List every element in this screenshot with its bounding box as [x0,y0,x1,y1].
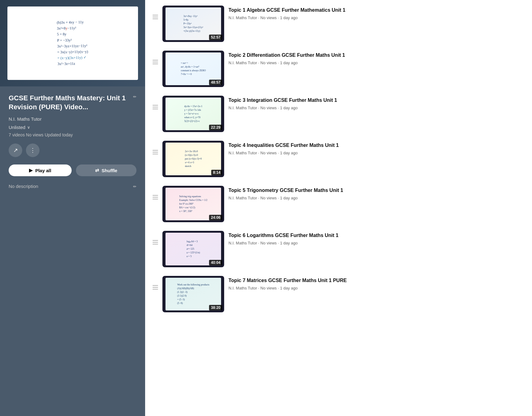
more-icon: ⋮ [30,147,36,154]
drag-line [153,62,158,62]
drag-line [153,150,158,151]
drag-line [153,19,158,19]
drag-line [153,195,158,196]
drag-line [153,289,158,289]
drag-line [153,244,158,244]
video-title: Topic 2 Differentiation GCSE Further Mat… [228,52,525,59]
drag-handle [153,141,158,154]
video-item[interactable]: dy/dx = 15x²-2x-1y = ∫15x²-7x-1dxy = 5x³… [145,91,532,136]
share-button[interactable]: ↗ [9,144,22,157]
video-info: Topic 3 Integration GCSE Further Maths U… [228,96,525,110]
play-all-label: Play all [35,168,51,173]
drag-handle [153,51,158,64]
video-title: Topic 3 Integration GCSE Further Maths U… [228,97,525,104]
video-info: Topic 7 Matrices GCSE Further Maths Unit… [228,276,525,290]
share-icon: ↗ [13,147,18,154]
shuffle-button[interactable]: ⇄ Shuffle [76,164,136,176]
channel-name: N.I. Maths Tutor [9,116,136,122]
video-title: Topic 7 Matrices GCSE Further Maths Unit… [228,277,525,284]
drag-line [153,64,158,64]
video-title: Topic 4 Inequalities GCSE Further Maths … [228,142,525,149]
description-text: No description [9,184,38,189]
video-thumbnail: 2x²+3x-18≥0(x+6)(x-3)≥0put (x+6)(x-3)=0x… [162,141,224,177]
drag-line [153,15,158,15]
drag-line [153,17,158,17]
video-item[interactable]: Work out the following products(A)(AB)(B… [145,272,532,317]
video-meta: N.I. Maths Tutor · No views · 1 day ago [228,106,525,110]
video-title: Topic 6 Logarithms GCSE Further Maths Un… [228,232,525,239]
drag-line [153,242,158,243]
drag-handle [153,276,158,289]
playlist-title-row: GCSE Further Maths Mastery: Unit 1 Revis… [9,94,136,111]
description-row: No description ✏ [9,184,136,189]
drag-line [153,199,158,199]
left-info: GCSE Further Maths Mastery: Unit 1 Revis… [0,86,145,416]
thumbnail-math-text: (b)3x + 4xy − 11y 3x²+8y−11y² 5 = 8y P =… [54,16,92,70]
video-thumbnail: Work out the following products(A)(AB)(B… [162,276,224,312]
video-info: Topic 5 Trigonometry GCSE Further Maths … [228,186,525,200]
drag-line [153,197,158,198]
video-item[interactable]: log₄ 64 = 34³=64aⁿ= 125a = 125^(1/n)a = … [145,227,532,272]
video-item[interactable]: 2x²+3x-18≥0(x+6)(x-3)≥0put (x+6)(x-3)=0x… [145,136,532,181]
video-meta: N.I. Maths Tutor · No views · 1 day ago [228,15,525,20]
chevron-down-icon[interactable]: ∨ [27,125,30,130]
right-panel: 3x²+8xy -11y²5=8yP=-33y²3x²-3yz+11yz-(11… [145,0,532,416]
video-duration: 24:06 [209,215,222,220]
video-info: Topic 2 Differentiation GCSE Further Mat… [228,51,525,65]
video-info: Topic 6 Logarithms GCSE Further Maths Un… [228,231,525,245]
action-row: ↗ ⋮ [9,144,136,157]
video-duration: 48:57 [209,80,222,85]
edit-title-button[interactable]: ✏ [133,94,136,99]
video-duration: 8:14 [211,170,222,175]
drag-line [153,154,158,154]
drag-handle [153,186,158,199]
meta-info: 7 videos No views Updated today [9,132,136,137]
drag-line [153,287,158,288]
drag-line [153,60,158,60]
video-item[interactable]: = nxⁿ⁻¹ax¹, dy/dx = 1×ax⁰constant is alw… [145,46,532,91]
edit-description-button[interactable]: ✏ [133,184,136,189]
play-all-button[interactable]: ▶ Play all [9,164,72,176]
playlist-thumbnail: (b)3x + 4xy − 11y 3x²+8y−11y² 5 = 8y P =… [0,0,145,86]
video-duration: 22:29 [209,125,222,130]
video-meta: N.I. Maths Tutor · No views · 1 day ago [228,241,525,245]
video-thumbnail: dy/dx = 15x²-2x-1y = ∫15x²-7x-1dxy = 5x³… [162,96,224,132]
video-title: Topic 5 Trigonometry GCSE Further Maths … [228,187,525,194]
pencil-icon-desc: ✏ [133,184,136,189]
video-item[interactable]: Solving trig equationsExample: Solve COS… [145,181,532,227]
drag-line [153,240,158,241]
video-meta: N.I. Maths Tutor · No views · 1 day ago [228,196,525,200]
video-meta: N.I. Maths Tutor · No views · 1 day ago [228,151,525,155]
pencil-icon: ✏ [133,94,136,99]
video-duration: 40:04 [209,260,222,265]
drag-line [153,107,158,107]
shuffle-icon: ⇄ [95,168,99,173]
video-title: Topic 1 Algebra GCSE Further Mathematics… [228,7,525,14]
play-icon: ▶ [29,168,33,173]
drag-handle [153,96,158,109]
shuffle-label: Shuffle [102,168,117,173]
left-panel: (b)3x + 4xy − 11y 3x²+8y−11y² 5 = 8y P =… [0,0,145,416]
video-duration: 52:57 [209,35,222,40]
drag-handle [153,6,158,19]
thumbnail-content: (b)3x + 4xy − 11y 3x²+8y−11y² 5 = 8y P =… [7,6,138,80]
playlist-title-text: GCSE Further Maths Mastery: Unit 1 Revis… [9,94,130,111]
video-thumbnail: = nxⁿ⁻¹ax¹, dy/dx = 1×ax⁰constant is alw… [162,51,224,87]
video-item[interactable]: 3x²+8xy -11y²5=8yP=-33y²3x²-3yz+11yz-(11… [145,1,532,46]
video-thumbnail: 3x²+8xy -11y²5=8yP=-33y²3x²-3yz+11yz-(11… [162,6,224,42]
video-meta: N.I. Maths Tutor · No views · 1 day ago [228,60,525,65]
video-thumbnail: Solving trig equationsExample: Solve COS… [162,186,224,222]
video-info: Topic 1 Algebra GCSE Further Mathematics… [228,6,525,20]
visibility-row: Unlisted ∨ [9,125,136,130]
video-meta: N.I. Maths Tutor · No views · 1 day ago [228,286,525,290]
video-thumbnail: log₄ 64 = 34³=64aⁿ= 125a = 125^(1/n)a = … [162,231,224,267]
video-info: Topic 4 Inequalities GCSE Further Maths … [228,141,525,155]
drag-handle [153,231,158,244]
drag-line [153,109,158,109]
visibility-label: Unlisted [9,125,25,130]
drag-line [153,285,158,286]
play-buttons: ▶ Play all ⇄ Shuffle [9,164,136,176]
video-duration: 38:20 [209,305,222,310]
drag-line [153,105,158,106]
more-options-button[interactable]: ⋮ [26,144,40,157]
